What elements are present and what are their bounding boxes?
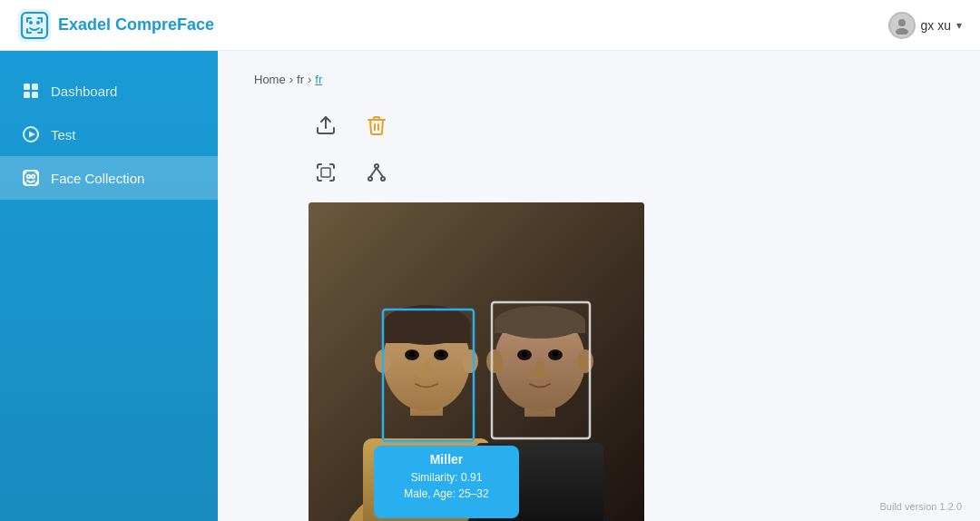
svg-rect-16 bbox=[321, 168, 330, 177]
delete-button[interactable] bbox=[359, 108, 394, 143]
svg-rect-8 bbox=[24, 92, 30, 98]
svg-point-2 bbox=[29, 21, 33, 25]
sidebar-item-test[interactable]: Test bbox=[0, 113, 218, 156]
svg-text:Miller: Miller bbox=[430, 452, 464, 467]
svg-marker-11 bbox=[29, 132, 35, 138]
main-image: Miller Similarity: 0.91 Male, Age: 25–32 bbox=[309, 202, 644, 521]
logo-text: Exadel CompreFace bbox=[58, 15, 214, 34]
logo-area: Exadel CompreFace bbox=[18, 9, 214, 42]
svg-rect-7 bbox=[32, 84, 38, 90]
svg-point-45 bbox=[486, 349, 503, 373]
svg-point-44 bbox=[553, 351, 558, 357]
svg-point-5 bbox=[896, 28, 908, 34]
svg-point-34 bbox=[462, 349, 478, 373]
image-toolbar bbox=[309, 108, 944, 143]
breadcrumb-sep1: › bbox=[289, 73, 293, 86]
logo-icon bbox=[18, 9, 51, 42]
main-layout: Dashboard Test bbox=[0, 51, 980, 521]
user-menu[interactable]: gx xu ▾ bbox=[888, 12, 962, 39]
face-collection-icon bbox=[22, 169, 40, 187]
svg-point-4 bbox=[898, 19, 906, 26]
user-name-label: gx xu bbox=[921, 18, 951, 33]
svg-line-21 bbox=[377, 168, 383, 177]
svg-rect-6 bbox=[24, 84, 30, 90]
face-collection-label: Face Collection bbox=[51, 171, 144, 186]
sidebar: Dashboard Test bbox=[0, 51, 218, 521]
svg-point-43 bbox=[522, 351, 527, 357]
image-container: Miller Similarity: 0.91 Male, Age: 25–32 bbox=[309, 202, 644, 521]
scan-button[interactable] bbox=[309, 155, 343, 190]
share-button[interactable] bbox=[359, 155, 394, 190]
dashboard-label: Dashboard bbox=[51, 84, 117, 99]
chevron-down-icon: ▾ bbox=[956, 19, 962, 32]
svg-point-31 bbox=[409, 351, 415, 357]
svg-rect-40 bbox=[495, 322, 585, 333]
svg-point-13 bbox=[27, 175, 31, 179]
breadcrumb: Home › fr › fr bbox=[254, 73, 944, 86]
breadcrumb-home[interactable]: Home bbox=[254, 73, 286, 86]
app-header: Exadel CompreFace gx xu ▾ bbox=[0, 0, 980, 51]
svg-rect-9 bbox=[32, 92, 38, 98]
test-icon bbox=[22, 125, 40, 143]
build-version: Build version 1.2.0 bbox=[880, 501, 963, 512]
dashboard-icon bbox=[22, 82, 40, 100]
sidebar-item-face-collection[interactable]: Face Collection bbox=[0, 156, 218, 200]
svg-line-20 bbox=[370, 168, 377, 177]
svg-point-14 bbox=[32, 175, 35, 179]
svg-text:Male, Age: 25–32: Male, Age: 25–32 bbox=[404, 487, 489, 500]
svg-point-32 bbox=[438, 351, 444, 357]
scene-svg: Miller Similarity: 0.91 Male, Age: 25–32 bbox=[309, 202, 644, 521]
breadcrumb-level1[interactable]: fr bbox=[297, 73, 304, 86]
avatar bbox=[888, 12, 916, 39]
sidebar-item-dashboard[interactable]: Dashboard bbox=[0, 69, 218, 113]
upload-button[interactable] bbox=[309, 108, 343, 143]
test-label: Test bbox=[51, 127, 76, 143]
svg-rect-28 bbox=[383, 325, 470, 343]
content-area: Home › fr › fr bbox=[218, 51, 980, 521]
breadcrumb-sep2: › bbox=[308, 73, 311, 86]
breadcrumb-current[interactable]: fr bbox=[315, 73, 322, 86]
svg-text:Similarity: 0.91: Similarity: 0.91 bbox=[411, 471, 483, 484]
svg-point-3 bbox=[36, 21, 40, 25]
svg-point-46 bbox=[577, 349, 593, 373]
